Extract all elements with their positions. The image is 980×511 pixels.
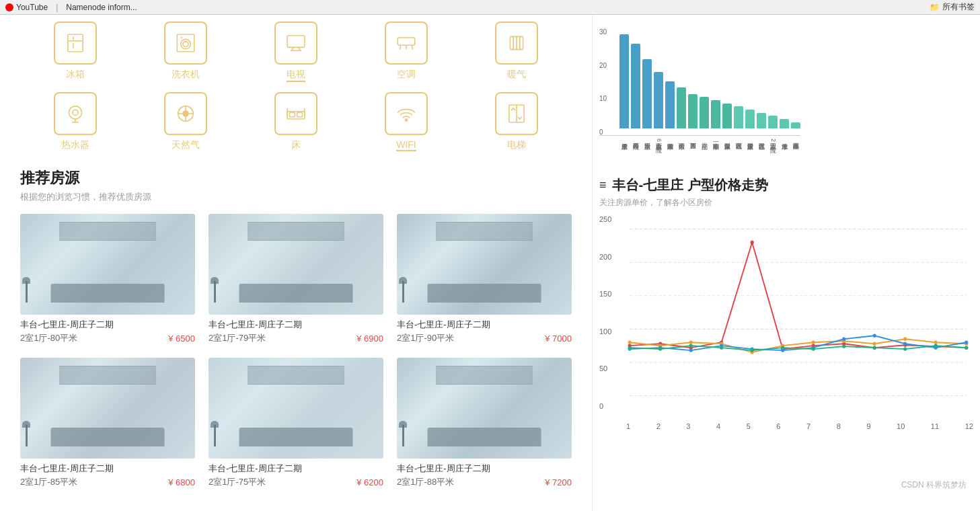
- bar-chart-y-label: 0: [599, 128, 607, 136]
- line-dot-1-9: [903, 338, 907, 341]
- line-chart-y-label: 100: [599, 327, 611, 336]
- amenity-heater[interactable]: 暖气: [483, 22, 550, 82]
- property-card-1[interactable]: 丰台-七里庄-周庄子二期 2室1厅-80平米 ¥ 6500: [20, 214, 195, 344]
- property-grid: 丰台-七里庄-周庄子二期 2室1厅-80平米 ¥ 6500 丰台-七里庄-周庄子…: [20, 214, 572, 488]
- amenity-label-gas: 天然气: [172, 139, 200, 151]
- svg-rect-31: [289, 112, 295, 116]
- line-dot-2-2: [689, 348, 693, 352]
- bar-item: [677, 87, 686, 128]
- amenity-bed[interactable]: 床: [262, 92, 330, 151]
- property-img-4: [20, 358, 195, 459]
- property-card-4[interactable]: 丰台-七里庄-周庄子二期 2室1厅-85平米 ¥ 6800: [20, 358, 195, 488]
- line-dot-3-0: [628, 346, 632, 349]
- amenities-row-2: 热水器 天然气 床 WIFI: [20, 85, 572, 155]
- amenity-label-washer: 洗衣机: [172, 69, 200, 81]
- bar-x-label: 王家园2号院: [768, 139, 778, 172]
- bar-chart-y-label: 30: [599, 28, 607, 36]
- line-dot-3-3: [720, 346, 723, 349]
- bookmark-area: 📁 所有书签: [930, 1, 975, 13]
- svg-point-6: [183, 42, 188, 47]
- bar-chart-y-axis: 3020100: [599, 28, 607, 136]
- amenity-icon-heater: [495, 22, 538, 65]
- line-chart-x-label: 2: [656, 422, 661, 430]
- section-title-recommended: 推荐房源: [20, 168, 572, 188]
- bar-rect-5: [677, 87, 686, 128]
- line-chart-x-label: 6: [776, 422, 780, 430]
- property-details-2: 2室1厅-79平米: [209, 332, 266, 344]
- property-card-3[interactable]: 丰台-七里庄-周庄子二期 2室1厅-90平米 ¥ 7000: [397, 214, 572, 344]
- amenity-icon-water_heater: [54, 92, 97, 135]
- line-dot-1-0: [628, 341, 632, 344]
- svg-point-23: [73, 110, 78, 115]
- line-chart-x-label: 10: [897, 422, 905, 430]
- property-card-6[interactable]: 丰台-七里庄-周庄子二期 2室1厅-88平米 ¥ 7200: [397, 358, 572, 488]
- bookmark-label: 所有书签: [942, 1, 975, 13]
- line-dot-2-8: [873, 334, 876, 338]
- bar-rect-13: [768, 116, 778, 128]
- svg-line-13: [400, 45, 401, 49]
- amenity-label-water_heater: 热水器: [61, 139, 89, 151]
- bar-rect-3: [654, 72, 663, 128]
- trend-title: 丰台-七里庄 户型价格走势: [612, 176, 768, 194]
- line-chart-y-label: 150: [599, 290, 611, 298]
- bar-x-label: 周庄子欣家园: [745, 139, 755, 172]
- property-title-1: 丰台-七里庄-周庄子二期: [20, 319, 195, 331]
- bar-chart-bars: [599, 28, 800, 136]
- bar-item: [688, 94, 698, 128]
- line-dot-2-11: [965, 341, 968, 344]
- bar-item: [722, 104, 732, 128]
- left-panel: 冰箱 洗衣机 电视 空调: [0, 15, 592, 511]
- trend-icon: ≡: [599, 178, 607, 192]
- property-details-4: 2室1厅-85平米: [20, 476, 77, 488]
- svg-rect-32: [297, 112, 303, 116]
- tab-youtube[interactable]: YouTube: [5, 3, 48, 12]
- bar-rect-11: [745, 110, 755, 128]
- amenity-label-ac: 空调: [397, 69, 416, 81]
- section-subtitle-recommended: 根据您的浏览习惯，推荐优质房源: [20, 191, 572, 203]
- svg-line-15: [412, 45, 413, 49]
- property-title-5: 丰台-七里庄-周庄子二期: [209, 463, 383, 475]
- amenity-wifi[interactable]: WIFI: [373, 92, 440, 151]
- line-dot-3-9: [903, 347, 907, 350]
- amenity-fridge[interactable]: 冰箱: [42, 22, 109, 82]
- amenity-label-wifi: WIFI: [396, 139, 416, 151]
- line-chart-x-label: 8: [837, 422, 841, 430]
- bar-rect-4: [665, 81, 675, 128]
- svg-point-20: [69, 106, 81, 119]
- svg-rect-12: [398, 38, 415, 45]
- tab-namenode[interactable]: Namenode inform...: [66, 3, 137, 12]
- bar-item: [791, 122, 800, 128]
- bar-item: [619, 34, 629, 128]
- property-img-1: [20, 214, 195, 315]
- property-card-5[interactable]: 丰台-七里庄-周庄子二期 2室1厅-75平米 ¥ 6200: [209, 358, 383, 488]
- bar-x-label: 周庄子欣东: [619, 139, 629, 172]
- bar-item: [780, 119, 789, 128]
- property-price-3: ¥ 7000: [545, 333, 572, 344]
- property-card-2[interactable]: 丰台-七里庄-周庄子二期 2室1厅-79平米 ¥ 6900: [209, 214, 383, 344]
- line-chart: 250200150100500 123456789101112: [599, 215, 973, 430]
- line-chart-svg: [626, 215, 973, 410]
- property-title-6: 丰台-七里庄-周庄子二期: [397, 463, 572, 475]
- bar-x-label: 东街小区一期: [711, 139, 720, 172]
- bar-rect-15: [791, 122, 800, 128]
- amenity-washer[interactable]: 洗衣机: [152, 22, 219, 82]
- bar-item: [631, 44, 640, 128]
- line-chart-x-label: 7: [806, 422, 811, 430]
- bar-item: [745, 110, 755, 128]
- amenity-gas[interactable]: 天然气: [152, 92, 219, 151]
- property-meta-4: 2室1厅-85平米 ¥ 6800: [20, 476, 195, 488]
- amenity-label-fridge: 冰箱: [66, 69, 85, 81]
- bar-rect-10: [734, 106, 743, 128]
- amenity-water_heater[interactable]: 热水器: [42, 92, 109, 151]
- property-img-6: [397, 358, 572, 459]
- folder-icon: 📁: [930, 3, 940, 12]
- bar-rect-7: [700, 97, 709, 128]
- line-dot-3-5: [781, 346, 784, 349]
- amenity-label-tv: 电视: [287, 69, 305, 82]
- line-dot-1-2: [689, 341, 693, 344]
- amenity-ac[interactable]: 空调: [373, 22, 440, 82]
- bar-x-label: 庄庄二期: [700, 139, 709, 172]
- bar-rect-0: [619, 34, 629, 128]
- amenity-tv[interactable]: 电视: [262, 22, 330, 82]
- amenity-elevator[interactable]: 电梯: [483, 92, 550, 151]
